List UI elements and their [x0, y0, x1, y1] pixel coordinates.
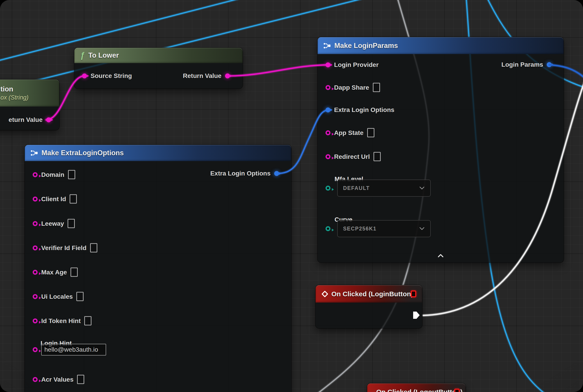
redirect-url-label: Redirect Url: [334, 153, 370, 160]
leeway-pin[interactable]: [33, 221, 38, 226]
bind-red-square-icon[interactable]: [411, 290, 416, 298]
pin-row-leeway: Leeway: [33, 219, 75, 228]
client-id-label: Client Id: [41, 195, 66, 202]
pin-row-client-id: Client Id: [33, 194, 77, 204]
mfa-level-dropdown[interactable]: DEFAULT: [337, 180, 431, 197]
redirect-url-checkbox[interactable]: [374, 152, 381, 161]
client-id-checkbox[interactable]: [70, 194, 77, 204]
verifier-id-field-label: Verifier Id Field: [41, 244, 86, 252]
node-on-clicked-login-button[interactable]: On Clicked (LoginButton): [316, 285, 422, 328]
pin-row-dapp-share: Dapp Share: [326, 83, 380, 92]
extra-login-options-output-label: Extra Login Options: [210, 170, 270, 177]
verifier-id-field-pin[interactable]: [33, 245, 38, 250]
extra-login-options-output-pin[interactable]: [274, 171, 279, 176]
login-provider-pin[interactable]: [326, 62, 330, 67]
domain-pin[interactable]: [33, 172, 38, 177]
acr-values-pin[interactable]: [33, 377, 38, 382]
node-header[interactable]: ƒ To Lower: [74, 48, 242, 63]
id-token-hint-checkbox[interactable]: [84, 316, 92, 326]
extra-login-options-label: Extra Login Options: [334, 106, 394, 114]
pin-row-extra-login-options: Extra Login Options: [326, 106, 394, 114]
return-value-pin[interactable]: [225, 74, 230, 78]
node-to-lower[interactable]: ƒ To Lower Source String Return Value: [74, 48, 242, 88]
return-value-label: eturn Value: [8, 116, 42, 124]
id-token-hint-label: Id Token Hint: [41, 317, 81, 324]
login-provider-label: Login Provider: [334, 61, 379, 68]
mfa-level-pin[interactable]: [326, 186, 330, 190]
ui-locales-label: Ui Locales: [41, 293, 73, 300]
node-title: Make LoginParams: [334, 42, 398, 50]
extra-login-options-pin[interactable]: [326, 108, 330, 112]
source-string-label: Source String: [90, 72, 132, 80]
pin-row-login-provider: Login Provider: [326, 61, 379, 68]
mfa-level-dropdown-value: DEFAULT: [343, 185, 370, 191]
dapp-share-checkbox[interactable]: [373, 83, 380, 92]
pin-row-acr-values: Acr Values: [33, 375, 84, 384]
client-id-pin[interactable]: [33, 196, 38, 202]
bind-red-square-icon[interactable]: [454, 388, 460, 392]
ui-locales-checkbox[interactable]: [76, 292, 84, 301]
max-age-checkbox[interactable]: [70, 268, 78, 277]
node-subtitle: ox (String): [0, 94, 28, 101]
app-state-pin[interactable]: [326, 130, 330, 135]
dapp-share-label: Dapp Share: [334, 84, 369, 91]
node-title: On Clicked (LogoutButton): [376, 388, 462, 392]
chevron-down-icon: [420, 227, 424, 230]
event-icon: [322, 290, 328, 298]
node-title: Make ExtraLoginOptions: [42, 149, 124, 157]
login-hint-input[interactable]: [41, 344, 106, 356]
input-row-source-string: Source String: [82, 72, 132, 80]
pin-row-verifier-id-field: Verifier Id Field: [33, 243, 97, 252]
collapse-node-chevron-icon[interactable]: [438, 254, 443, 258]
domain-checkbox[interactable]: [68, 170, 75, 179]
ui-locales-pin[interactable]: [33, 294, 38, 299]
login-params-output-pin[interactable]: [547, 62, 552, 67]
output-row-login-params: Login Params: [502, 61, 552, 68]
source-string-pin[interactable]: [82, 74, 87, 78]
leeway-label: Leeway: [41, 220, 64, 227]
login-hint-pin[interactable]: [33, 347, 38, 352]
id-token-hint-pin[interactable]: [33, 318, 38, 323]
node-header[interactable]: On Clicked (LoginButton): [316, 285, 422, 302]
login-params-output-label: Login Params: [502, 61, 543, 68]
redirect-url-pin[interactable]: [326, 154, 330, 159]
pin-row-curve: SECP256K1: [326, 220, 431, 237]
node-title: To Lower: [88, 51, 119, 60]
node-header[interactable]: Make ExtraLoginOptions: [25, 145, 291, 161]
pin-row-login-hint: [33, 344, 106, 356]
node-title: tion: [0, 85, 13, 93]
curve-dropdown-value: SECP256K1: [343, 226, 376, 232]
graph-canvas[interactable]: tion ox (String) eturn Value ƒ To Lower …: [0, 0, 583, 392]
pin-row-redirect-url: Redirect Url: [326, 152, 381, 161]
curve-pin[interactable]: [326, 226, 330, 231]
return-value-pin[interactable]: [46, 117, 51, 122]
pin-row-mfa-level: DEFAULT: [326, 180, 431, 197]
output-row-extra-login-options: Extra Login Options: [210, 170, 279, 177]
make-struct-icon: [31, 150, 38, 156]
node-header[interactable]: On Clicked (LogoutButton): [367, 384, 466, 392]
chevron-down-icon: [420, 186, 424, 190]
pin-row-max-age: Max Age: [33, 268, 78, 277]
dapp-share-pin[interactable]: [326, 85, 330, 90]
max-age-label: Max Age: [41, 268, 67, 276]
app-state-checkbox[interactable]: [367, 128, 374, 138]
blueprint-editor: tion ox (String) eturn Value ƒ To Lower …: [0, 0, 583, 392]
leeway-checkbox[interactable]: [68, 219, 75, 228]
domain-label: Domain: [41, 171, 64, 178]
function-icon: ƒ: [80, 51, 85, 60]
max-age-pin[interactable]: [33, 270, 38, 275]
node-callback-partial[interactable]: tion ox (String) eturn Value: [0, 80, 59, 130]
node-title: On Clicked (LoginButton): [331, 290, 413, 298]
pin-row-app-state: App State: [326, 128, 374, 138]
node-on-clicked-logout-button[interactable]: On Clicked (LogoutButton): [367, 384, 466, 392]
node-header[interactable]: Make LoginParams: [318, 37, 564, 54]
curve-dropdown[interactable]: SECP256K1: [337, 220, 431, 237]
exec-output-pin[interactable]: [413, 311, 420, 319]
acr-values-checkbox[interactable]: [77, 375, 84, 384]
node-make-extra-login-options[interactable]: Make ExtraLoginOptions Extra Login Optio…: [25, 145, 291, 392]
verifier-id-field-checkbox[interactable]: [90, 243, 97, 252]
node-make-login-params[interactable]: Make LoginParams Login Params Login Prov…: [318, 37, 564, 262]
pin-row-ui-locales: Ui Locales: [33, 292, 84, 301]
node-header[interactable]: tion ox (String): [0, 80, 59, 106]
app-state-label: App State: [334, 129, 364, 136]
